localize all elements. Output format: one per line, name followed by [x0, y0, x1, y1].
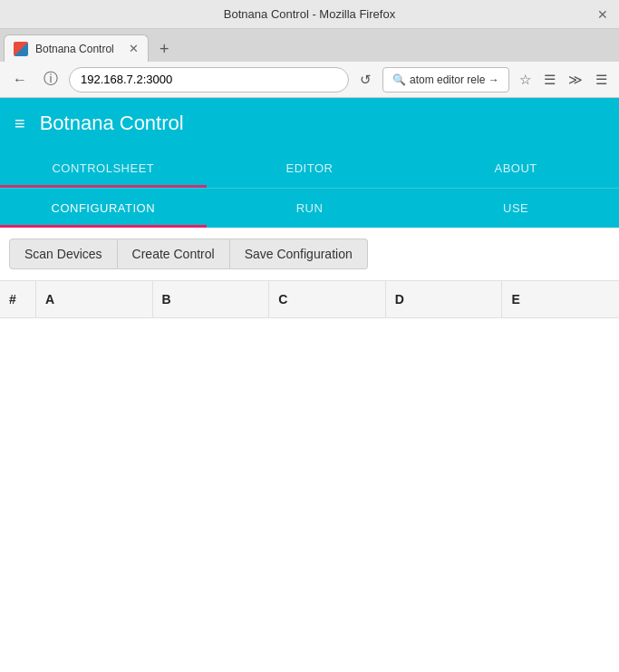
hamburger-menu-button[interactable]: ≡ — [15, 113, 25, 134]
back-button[interactable]: ← — [7, 68, 33, 92]
app-header: ≡ Botnana Control — [0, 98, 619, 149]
table-body — [0, 318, 619, 672]
address-input[interactable] — [69, 67, 349, 93]
address-bar: ← ⓘ ↺ 🔍 atom editor rele → ☆ ☰ ≫ ☰ — [0, 62, 619, 98]
window-title: Botnana Control - Mozilla Firefox — [224, 7, 395, 21]
toolbar-icons: ☆ ☰ ≫ ☰ — [515, 68, 612, 92]
search-text: atom editor rele → — [410, 73, 499, 86]
nav-tabs-row2: CONFIGURATION RUN USE — [0, 188, 619, 228]
reader-view-button[interactable]: ☰ — [539, 68, 560, 92]
col-b-header: B — [153, 281, 270, 317]
new-tab-button[interactable]: + — [154, 36, 175, 62]
tab-configuration[interactable]: CONFIGURATION — [0, 189, 207, 228]
nav-tabs-row1: CONTROLSHEET EDITOR ABOUT — [0, 149, 619, 188]
search-icon: 🔍 — [392, 73, 406, 86]
col-a-header: A — [36, 281, 153, 317]
tab-favicon — [14, 42, 28, 56]
table-container: # A B C D E — [0, 281, 619, 672]
col-d-header: D — [386, 281, 503, 317]
browser-tab[interactable]: Botnana Control ✕ — [4, 34, 149, 62]
bookmark-button[interactable]: ☆ — [515, 68, 536, 92]
action-buttons: Scan Devices Create Control Save Configu… — [0, 228, 619, 281]
tab-use[interactable]: USE — [412, 189, 619, 228]
table-header: # A B C D E — [0, 281, 619, 318]
browser-menu-button[interactable]: ☰ — [591, 68, 612, 92]
tab-about[interactable]: ABOUT — [412, 149, 619, 188]
tab-bar: Botnana Control ✕ + — [0, 29, 619, 62]
tab-label: Botnana Control — [35, 43, 114, 55]
tab-close-button[interactable]: ✕ — [129, 42, 139, 55]
app-title: Botnana Control — [40, 112, 184, 135]
search-bar[interactable]: 🔍 atom editor rele → — [382, 67, 509, 93]
create-control-button[interactable]: Create Control — [118, 239, 230, 269]
save-configuration-button[interactable]: Save Configuration — [230, 239, 368, 269]
col-c-header: C — [269, 281, 386, 317]
tab-run[interactable]: RUN — [207, 189, 413, 228]
overflow-menu-button[interactable]: ≫ — [564, 68, 587, 92]
col-hash-header: # — [0, 281, 36, 317]
tab-editor[interactable]: EDITOR — [207, 149, 413, 188]
info-button[interactable]: ⓘ — [38, 66, 63, 93]
window-close-button[interactable]: ✕ — [597, 7, 608, 22]
scan-devices-button[interactable]: Scan Devices — [9, 239, 118, 269]
title-bar: Botnana Control - Mozilla Firefox ✕ — [0, 0, 619, 29]
tab-controlsheet[interactable]: CONTROLSHEET — [0, 149, 207, 188]
col-e-header: E — [502, 281, 619, 317]
reload-button[interactable]: ↺ — [354, 68, 377, 92]
